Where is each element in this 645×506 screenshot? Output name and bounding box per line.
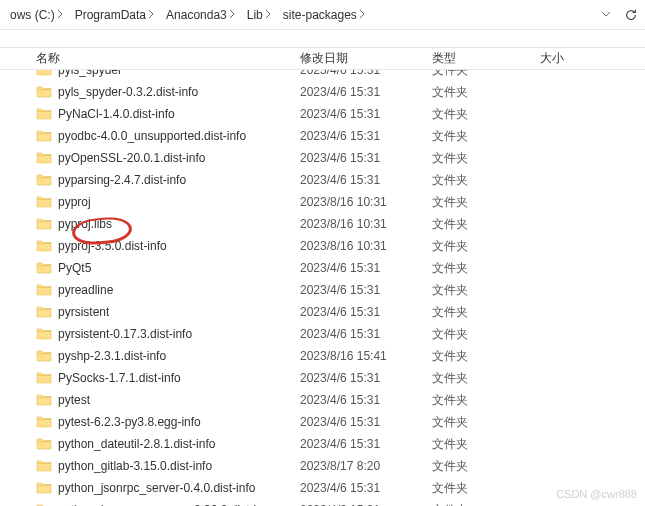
breadcrumb-label: Anaconda3: [166, 8, 227, 22]
cell-name: python_jsonrpc_server-0.4.0.dist-info: [0, 481, 292, 495]
cell-type: 文件夹: [424, 216, 532, 233]
breadcrumb-item[interactable]: Anaconda3: [160, 0, 241, 29]
table-row[interactable]: pyls_spyder-0.3.2.dist-info2023/4/6 15:3…: [0, 81, 645, 103]
cell-type: 文件夹: [424, 70, 532, 79]
table-row[interactable]: python_language_server-0.36.2.dist-i...2…: [0, 499, 645, 506]
cell-date: 2023/4/6 15:31: [292, 70, 424, 77]
table-row[interactable]: pyproj.libs2023/8/16 10:31文件夹: [0, 213, 645, 235]
table-row[interactable]: pytest2023/4/6 15:31文件夹: [0, 389, 645, 411]
address-bar: ows (C:)ProgramDataAnaconda3Libsite-pack…: [0, 0, 645, 30]
chevron-right-icon: [229, 10, 235, 20]
cell-date: 2023/4/6 15:31: [292, 305, 424, 319]
file-name: pyshp-2.3.1.dist-info: [58, 349, 166, 363]
cell-type: 文件夹: [424, 370, 532, 387]
table-row[interactable]: pyproj2023/8/16 10:31文件夹: [0, 191, 645, 213]
table-row[interactable]: pyreadline2023/4/6 15:31文件夹: [0, 279, 645, 301]
file-name: pyproj.libs: [58, 217, 112, 231]
cell-date: 2023/4/6 15:31: [292, 173, 424, 187]
refresh-icon: [624, 8, 638, 22]
table-row[interactable]: pyodbc-4.0.0_unsupported.dist-info2023/4…: [0, 125, 645, 147]
table-row[interactable]: python_jsonrpc_server-0.4.0.dist-info202…: [0, 477, 645, 499]
cell-name: pyrsistent-0.17.3.dist-info: [0, 327, 292, 341]
cell-name: pyrsistent: [0, 305, 292, 319]
file-name: pyparsing-2.4.7.dist-info: [58, 173, 186, 187]
table-row[interactable]: python_dateutil-2.8.1.dist-info2023/4/6 …: [0, 433, 645, 455]
file-name: pyrsistent: [58, 305, 109, 319]
breadcrumb-item[interactable]: site-packages: [277, 0, 371, 29]
table-row[interactable]: PyNaCl-1.4.0.dist-info2023/4/6 15:31文件夹: [0, 103, 645, 125]
cell-name: pyparsing-2.4.7.dist-info: [0, 173, 292, 187]
table-row[interactable]: pyls_spyder2023/4/6 15:31文件夹: [0, 70, 645, 81]
cell-type: 文件夹: [424, 150, 532, 167]
column-headers: 名称 修改日期 类型 大小: [0, 48, 645, 70]
breadcrumb-item[interactable]: ows (C:): [4, 0, 69, 29]
cell-name: pyreadline: [0, 283, 292, 297]
cell-date: 2023/4/6 15:31: [292, 437, 424, 451]
refresh-button[interactable]: [617, 0, 645, 29]
cell-type: 文件夹: [424, 304, 532, 321]
file-name: pyrsistent-0.17.3.dist-info: [58, 327, 192, 341]
folder-icon: [36, 371, 52, 385]
breadcrumb-label: ProgramData: [75, 8, 146, 22]
table-row[interactable]: pyOpenSSL-20.0.1.dist-info2023/4/6 15:31…: [0, 147, 645, 169]
cell-date: 2023/8/17 8:20: [292, 459, 424, 473]
table-row[interactable]: PyQt52023/4/6 15:31文件夹: [0, 257, 645, 279]
file-name: python_gitlab-3.15.0.dist-info: [58, 459, 212, 473]
cell-type: 文件夹: [424, 172, 532, 189]
cell-type: 文件夹: [424, 84, 532, 101]
table-row[interactable]: pyproj-3.5.0.dist-info2023/8/16 10:31文件夹: [0, 235, 645, 257]
cell-date: 2023/4/6 15:31: [292, 393, 424, 407]
cell-type: 文件夹: [424, 392, 532, 409]
cell-date: 2023/4/6 15:31: [292, 107, 424, 121]
table-row[interactable]: PySocks-1.7.1.dist-info2023/4/6 15:31文件夹: [0, 367, 645, 389]
cell-type: 文件夹: [424, 128, 532, 145]
cell-name: pytest: [0, 393, 292, 407]
file-list: pyls_spyder2023/4/6 15:31文件夹pyls_spyder-…: [0, 70, 645, 506]
cell-name: PyNaCl-1.4.0.dist-info: [0, 107, 292, 121]
cell-type: 文件夹: [424, 106, 532, 123]
folder-icon: [36, 195, 52, 209]
cell-type: 文件夹: [424, 194, 532, 211]
cell-date: 2023/4/6 15:31: [292, 327, 424, 341]
cell-type: 文件夹: [424, 348, 532, 365]
chevron-right-icon: [148, 10, 154, 20]
table-row[interactable]: pyrsistent2023/4/6 15:31文件夹: [0, 301, 645, 323]
table-row[interactable]: pytest-6.2.3-py3.8.egg-info2023/4/6 15:3…: [0, 411, 645, 433]
cell-name: pyls_spyder-0.3.2.dist-info: [0, 85, 292, 99]
cell-date: 2023/4/6 15:31: [292, 85, 424, 99]
folder-icon: [36, 70, 52, 77]
table-row[interactable]: pyparsing-2.4.7.dist-info2023/4/6 15:31文…: [0, 169, 645, 191]
chevron-right-icon: [57, 10, 63, 20]
breadcrumb-item[interactable]: ProgramData: [69, 0, 160, 29]
folder-icon: [36, 393, 52, 407]
column-header-size[interactable]: 大小: [532, 48, 645, 69]
cell-date: 2023/4/6 15:31: [292, 415, 424, 429]
cell-name: PySocks-1.7.1.dist-info: [0, 371, 292, 385]
cell-name: PyQt5: [0, 261, 292, 275]
folder-icon: [36, 217, 52, 231]
folder-icon: [36, 129, 52, 143]
folder-icon: [36, 327, 52, 341]
column-header-name[interactable]: 名称: [0, 48, 292, 69]
folder-icon: [36, 305, 52, 319]
column-header-date[interactable]: 修改日期: [292, 48, 424, 69]
breadcrumb-label: site-packages: [283, 8, 357, 22]
cell-date: 2023/8/16 10:31: [292, 217, 424, 231]
column-header-type[interactable]: 类型: [424, 48, 532, 69]
cell-type: 文件夹: [424, 480, 532, 497]
cell-date: 2023/4/6 15:31: [292, 371, 424, 385]
cell-name: python_gitlab-3.15.0.dist-info: [0, 459, 292, 473]
folder-icon: [36, 85, 52, 99]
table-row[interactable]: pyrsistent-0.17.3.dist-info2023/4/6 15:3…: [0, 323, 645, 345]
file-name: pytest-6.2.3-py3.8.egg-info: [58, 415, 201, 429]
cell-type: 文件夹: [424, 282, 532, 299]
file-name: PyQt5: [58, 261, 91, 275]
cell-name: pyproj.libs: [0, 217, 292, 231]
cell-date: 2023/4/6 15:31: [292, 261, 424, 275]
cell-name: pyproj-3.5.0.dist-info: [0, 239, 292, 253]
table-row[interactable]: python_gitlab-3.15.0.dist-info2023/8/17 …: [0, 455, 645, 477]
address-dropdown[interactable]: [595, 0, 617, 29]
breadcrumb-item[interactable]: Lib: [241, 0, 277, 29]
cell-name: pytest-6.2.3-py3.8.egg-info: [0, 415, 292, 429]
table-row[interactable]: pyshp-2.3.1.dist-info2023/8/16 15:41文件夹: [0, 345, 645, 367]
